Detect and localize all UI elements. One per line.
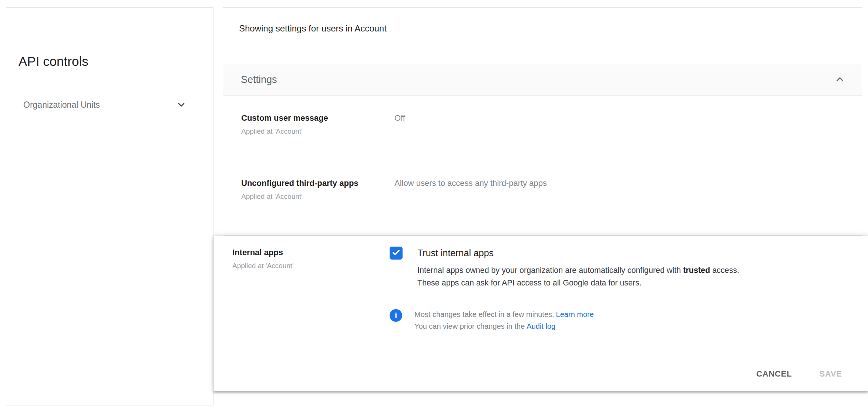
divider [6,85,213,85]
audit-log-link[interactable]: Audit log [526,322,555,330]
organizational-units-label: Organizational Units [23,100,100,110]
trust-internal-apps-checkbox[interactable] [390,247,403,260]
change-note: Most changes take effect in a few minute… [414,308,594,332]
description-line-1: Internal apps owned by your organization… [417,264,739,277]
setting-label: Custom user message [241,113,844,123]
checkmark-icon [391,247,401,259]
save-button[interactable]: SAVE [811,365,850,382]
setting-row-unconfigured-third-party-apps[interactable]: Unconfigured third-party apps Applied at… [241,178,844,201]
checkbox-description: Internal apps owned by your organization… [417,264,739,289]
info-icon: i [390,309,402,322]
settings-header: Settings [223,64,862,96]
setting-applied-at: Applied at 'Account' [232,261,294,270]
settings-card: Settings Custom user message Applied at … [223,64,862,236]
description-text: access. [710,266,739,275]
note-line-2: You can view prior changes in theAudit l… [414,320,594,332]
internal-apps-edit-panel: Internal apps Applied at 'Account' Trust… [213,236,868,391]
cancel-button[interactable]: CANCEL [748,365,800,382]
setting-label: Internal apps [232,247,294,258]
chevron-down-icon [176,100,186,110]
note-text: Most changes take effect in a few minute… [414,310,554,318]
sidebar-item-organizational-units[interactable]: Organizational Units [6,91,213,118]
scope-text: Showing settings for users in Account [239,23,387,34]
collapse-section-button[interactable] [834,74,846,86]
learn-more-link[interactable]: Learn more [556,310,594,318]
panel-label-column: Internal apps Applied at 'Account' [232,247,294,270]
chevron-up-icon [834,74,845,86]
checkbox-title: Trust internal apps [417,247,494,259]
setting-value: Off [394,113,405,123]
note-line-1: Most changes take effect in a few minute… [414,308,594,320]
description-line-2: These apps can ask for API access to all… [417,277,739,289]
sidebar-card: API controls Organizational Units [6,7,213,405]
setting-applied-at: Applied at 'Account' [241,192,844,201]
scope-bar: Showing settings for users in Account [223,7,862,49]
panel-actions: CANCEL SAVE [213,356,868,391]
description-text: Internal apps owned by your organization… [417,266,683,275]
page-title: API controls [18,53,88,70]
setting-value: Allow users to access any third-party ap… [394,178,547,188]
setting-applied-at: Applied at 'Account' [241,127,844,136]
settings-section-title: Settings [241,74,277,86]
setting-row-custom-user-message[interactable]: Custom user message Applied at 'Account'… [241,113,844,136]
note-text: You can view prior changes in the [414,322,525,330]
description-bold-text: trusted [683,266,710,275]
